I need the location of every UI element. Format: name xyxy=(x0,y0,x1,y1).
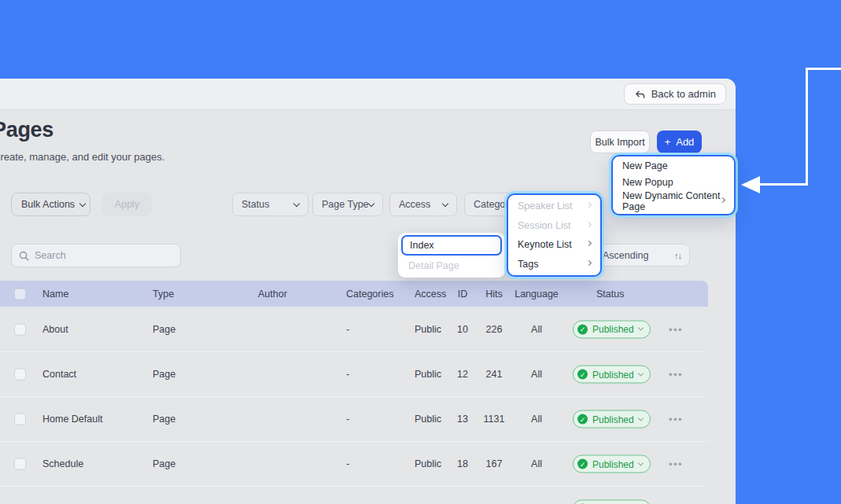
table-row: About Page - Public 10 226 All ✓Publishe… xyxy=(0,307,708,351)
pages-table: Name Type Author Categories Access ID Hi… xyxy=(0,281,708,504)
check-icon: ✓ xyxy=(577,370,588,380)
menu-item-new-dynamic-content-page[interactable]: New Dynamic Content Page xyxy=(613,190,734,212)
sort-order-label: Ascending xyxy=(603,250,648,261)
page-language: All xyxy=(509,369,564,380)
table-row: Contact Page - Public 12 241 All ✓Publis… xyxy=(0,351,708,396)
chevron-down-icon xyxy=(638,460,644,465)
table-row: Home Default Page - Public 13 1131 All ✓… xyxy=(0,396,708,441)
table-row: Schedule Page - Public 18 167 All ✓Publi… xyxy=(0,441,708,486)
page-type: Page xyxy=(153,414,175,425)
row-actions-menu[interactable]: ••• xyxy=(669,369,683,381)
column-header-status: Status xyxy=(596,289,624,300)
callout-line-top xyxy=(806,68,841,70)
page-id: 18 xyxy=(451,458,474,469)
row-checkbox[interactable] xyxy=(14,458,26,470)
back-to-admin-button[interactable]: Back to admin xyxy=(624,83,726,105)
column-header-id: ID xyxy=(451,289,474,300)
table-row-partial: ✓Published xyxy=(0,486,708,504)
bulk-import-label: Bulk Import xyxy=(595,137,644,148)
menu-item-new-page[interactable]: New Page xyxy=(613,158,734,175)
menu-item-index[interactable]: Index xyxy=(401,235,502,256)
column-header-author: Author xyxy=(258,289,287,300)
keynote-list-submenu: Index Detail Page xyxy=(398,233,505,278)
page-hits: 167 xyxy=(474,458,514,469)
menu-item-session-list[interactable]: Session List xyxy=(508,216,600,236)
menu-item-tags[interactable]: Tags xyxy=(508,255,600,274)
add-button-label: Add xyxy=(676,136,694,148)
chevron-right-icon xyxy=(586,260,592,266)
bulk-import-button[interactable]: Bulk Import xyxy=(590,131,650,153)
row-checkbox[interactable] xyxy=(14,323,26,335)
page-type-filter-label: Page Type xyxy=(322,199,369,210)
sort-order-control[interactable]: Ascending ↑↓ xyxy=(594,244,690,267)
row-actions-menu[interactable]: ••• xyxy=(669,323,683,335)
access-filter-label: Access xyxy=(399,199,430,210)
menu-item-new-popup[interactable]: New Popup xyxy=(613,175,734,191)
page-id: 12 xyxy=(451,369,474,380)
check-icon: ✓ xyxy=(577,324,588,334)
chevron-right-icon xyxy=(720,197,725,203)
access-filter-select[interactable]: Access xyxy=(389,193,457,216)
table-header-row: Name Type Author Categories Access ID Hi… xyxy=(0,281,708,307)
chevron-down-icon xyxy=(638,370,644,376)
page-id: 10 xyxy=(451,324,474,335)
column-header-type: Type xyxy=(153,289,174,300)
bulk-actions-label: Bulk Actions xyxy=(21,199,75,210)
column-header-language: Language xyxy=(509,289,564,300)
row-actions-menu[interactable]: ••• xyxy=(669,414,683,425)
add-button[interactable]: + Add xyxy=(657,131,702,153)
admin-panel: Back to admin Pages Create, manage, and … xyxy=(0,79,736,504)
back-to-admin-label: Back to admin xyxy=(651,88,716,100)
page-hits: 1131 xyxy=(474,414,514,425)
page-categories: - xyxy=(340,458,356,469)
row-actions-menu[interactable]: ••• xyxy=(669,458,683,470)
column-header-hits: Hits xyxy=(474,289,514,300)
chevron-down-icon xyxy=(638,325,644,330)
page-categories: - xyxy=(340,324,356,335)
search-input[interactable] xyxy=(35,250,173,261)
menu-item-keynote-list[interactable]: Keynote List xyxy=(508,235,600,255)
page-type-filter-select[interactable]: Page Type xyxy=(312,193,383,216)
status-badge[interactable]: ✓Published xyxy=(573,410,651,429)
column-header-name: Name xyxy=(42,289,68,300)
dynamic-content-submenu: Speaker List Session List Keynote List T… xyxy=(507,193,602,277)
chevron-right-icon xyxy=(586,241,592,246)
row-checkbox[interactable] xyxy=(14,369,26,381)
select-all-checkbox[interactable] xyxy=(14,288,26,300)
column-header-access: Access xyxy=(415,289,446,300)
search-input-wrapper xyxy=(11,244,181,267)
page-categories: - xyxy=(340,369,356,380)
search-icon xyxy=(19,251,29,261)
chevron-down-icon xyxy=(638,415,644,421)
chevron-right-icon xyxy=(586,202,592,208)
status-badge[interactable]: ✓Published xyxy=(573,366,651,384)
page-title: Pages xyxy=(0,118,53,142)
status-badge[interactable]: ✓Published xyxy=(573,500,651,504)
chevron-down-icon xyxy=(368,200,374,206)
page-name: Home Default xyxy=(42,414,102,425)
page-language: All xyxy=(509,324,564,335)
undo-arrow-icon xyxy=(634,89,646,100)
page-id: 13 xyxy=(451,414,474,425)
page-type: Page xyxy=(153,458,175,469)
menu-item-speaker-list[interactable]: Speaker List xyxy=(508,197,600,216)
page-access: Public xyxy=(415,458,441,469)
apply-button[interactable]: Apply xyxy=(102,193,152,216)
status-filter-select[interactable]: Status xyxy=(232,193,308,216)
column-header-categories: Categories xyxy=(346,289,409,300)
bulk-actions-dropdown[interactable]: Bulk Actions xyxy=(11,193,90,216)
status-filter-label: Status xyxy=(242,199,269,210)
page-name: Contact xyxy=(42,369,76,380)
page-language: All xyxy=(509,414,564,425)
menu-item-detail-page[interactable]: Detail Page xyxy=(401,256,502,276)
sort-arrows-icon: ↑↓ xyxy=(674,251,681,260)
status-badge[interactable]: ✓Published xyxy=(573,455,651,473)
page-subtitle: Create, manage, and edit your pages. xyxy=(0,151,164,163)
row-checkbox[interactable] xyxy=(14,414,26,425)
plus-icon: + xyxy=(665,136,671,148)
page-language: All xyxy=(509,458,564,469)
status-badge[interactable]: ✓Published xyxy=(573,320,651,338)
apply-label: Apply xyxy=(115,199,139,210)
callout-line-bottom xyxy=(759,183,807,186)
page-hits: 226 xyxy=(474,324,514,335)
